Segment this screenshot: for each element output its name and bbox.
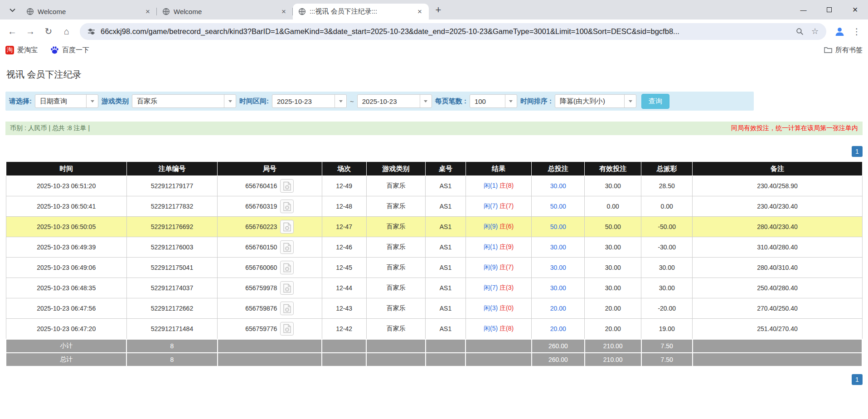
table-row: 2025-10-23 06:50:05522912176692656760223… <box>6 217 862 237</box>
page-size-select[interactable]: 100 <box>470 94 517 108</box>
date-start-select[interactable]: 2025-10-23 <box>272 94 347 108</box>
date-end-select[interactable]: 2025-10-23 <box>357 94 432 108</box>
video-replay-button[interactable] <box>280 281 294 295</box>
video-file-icon <box>283 181 291 191</box>
zoom-icon[interactable] <box>794 25 805 37</box>
cell-result: 闲(7) 庄(7) <box>466 196 531 217</box>
page-1-button[interactable]: 1 <box>852 146 863 157</box>
all-bookmarks-button[interactable]: 所有书签 <box>824 46 863 54</box>
cell-valid-bet: 30.00 <box>585 278 641 298</box>
cell-remark: 251.40/270.40 <box>693 319 862 339</box>
cell-game-type: 百家乐 <box>366 176 425 196</box>
cell-time: 2025-10-23 06:47:20 <box>6 319 126 339</box>
url-text[interactable]: 66cxkj98.com/game/betrecord_search/kind3… <box>101 27 790 36</box>
minimize-button[interactable]: — <box>790 0 816 19</box>
cell-payout: 0.00 <box>641 196 693 217</box>
forward-button[interactable]: → <box>23 24 38 39</box>
video-replay-button[interactable] <box>280 261 294 274</box>
cell-remark: 230.40/230.40 <box>693 196 862 217</box>
cell-payout: 28.50 <box>641 176 693 196</box>
new-tab-button[interactable]: + <box>432 3 445 17</box>
video-replay-button[interactable] <box>280 200 294 213</box>
address-bar[interactable]: 66cxkj98.com/game/betrecord_search/kind3… <box>80 23 826 40</box>
close-window-button[interactable]: × <box>842 0 868 19</box>
total-payout: 7.50 <box>641 353 693 366</box>
round-number: 656760150 <box>245 244 277 251</box>
cell-bet-id: 522912174037 <box>126 278 217 298</box>
cell-bet-id: 522912176692 <box>126 217 217 237</box>
taobao-icon: 淘 <box>5 46 14 54</box>
cell-table-no: AS1 <box>426 237 466 258</box>
back-button[interactable]: ← <box>5 24 20 39</box>
total-bet-link[interactable]: 30.00 <box>550 284 566 292</box>
header-game-type: 游戏类别 <box>366 162 425 176</box>
cell-valid-bet: 50.00 <box>585 217 641 237</box>
total-bet-link[interactable]: 50.00 <box>550 203 566 210</box>
total-bet-link[interactable]: 30.00 <box>550 244 566 251</box>
tab-bet-records-active[interactable]: :::视讯 会员下注纪录::: × <box>293 4 429 19</box>
tab-close-icon[interactable]: × <box>279 7 288 16</box>
total-bet-link[interactable]: 20.00 <box>550 325 566 332</box>
total-bet-link[interactable]: 30.00 <box>550 182 566 190</box>
cell-game-type: 百家乐 <box>366 319 425 339</box>
cell-session: 12-43 <box>322 298 366 319</box>
pagination-bottom: 1 <box>5 374 863 385</box>
browser-menu-button[interactable]: ⋮ <box>850 24 863 39</box>
site-info-icon[interactable] <box>85 25 97 37</box>
video-replay-button[interactable] <box>280 220 294 234</box>
round-number: 656759776 <box>245 325 277 332</box>
search-button[interactable]: 查询 <box>641 94 669 109</box>
cell-remark: 250.40/280.40 <box>693 278 862 298</box>
video-replay-button[interactable] <box>280 302 294 315</box>
round-number: 656759978 <box>245 284 277 292</box>
maximize-button[interactable] <box>816 0 842 19</box>
cell-payout: -50.00 <box>641 217 693 237</box>
result-banker: 庄(6) <box>499 223 514 230</box>
video-replay-button[interactable] <box>280 240 294 254</box>
tab-welcome-1[interactable]: Welcome × <box>21 4 157 19</box>
home-button[interactable]: ⌂ <box>59 24 74 39</box>
cell-session: 12-45 <box>322 258 366 278</box>
cell-round: 656759776 <box>218 319 322 339</box>
bookmark-taobao[interactable]: 淘 爱淘宝 <box>5 46 38 54</box>
tab-close-icon[interactable]: × <box>143 7 152 16</box>
tab-search-button[interactable] <box>5 3 19 17</box>
result-player: 闲(9) <box>484 263 498 271</box>
header-payout: 总派彩 <box>641 162 693 176</box>
subtotal-count: 8 <box>126 339 217 353</box>
total-valid-bet: 210.00 <box>585 353 641 366</box>
cell-time: 2025-10-23 06:50:05 <box>6 217 126 237</box>
cell-result: 闲(3) 庄(0) <box>466 298 531 319</box>
query-type-select[interactable]: 日期查询 <box>35 94 98 108</box>
chevron-down-icon <box>335 95 346 107</box>
round-number: 656759876 <box>245 305 277 312</box>
video-replay-button[interactable] <box>280 179 294 193</box>
video-file-icon <box>283 324 291 333</box>
tab-close-icon[interactable]: × <box>415 7 424 16</box>
result-player: 闲(3) <box>484 304 498 312</box>
header-valid-bet: 有效投注 <box>585 162 641 176</box>
cell-table-no: AS1 <box>426 258 466 278</box>
tab-welcome-2[interactable]: Welcome × <box>157 4 293 19</box>
sort-order-select[interactable]: 降冪(由大到小) <box>555 94 636 108</box>
header-remark: 备注 <box>693 162 862 176</box>
cell-table-no: AS1 <box>426 298 466 319</box>
refresh-button[interactable]: ↻ <box>41 24 56 39</box>
cell-game-type: 百家乐 <box>366 196 425 217</box>
page-1-button[interactable]: 1 <box>852 374 863 385</box>
result-banker: 庄(0) <box>499 304 514 312</box>
cell-round: 656759876 <box>218 298 322 319</box>
bookmark-star-icon[interactable]: ☆ <box>809 25 821 37</box>
cell-time: 2025-10-23 06:51:20 <box>6 176 126 196</box>
bookmark-baidu[interactable]: 百度一下 <box>50 46 89 54</box>
cell-payout: -20.00 <box>641 298 693 319</box>
result-banker: 庄(8) <box>499 182 514 189</box>
chevron-down-icon <box>224 95 236 107</box>
video-replay-button[interactable] <box>280 322 294 336</box>
total-bet-link[interactable]: 30.00 <box>550 264 566 271</box>
total-bet-link[interactable]: 50.00 <box>550 223 566 230</box>
profile-avatar[interactable] <box>832 24 847 39</box>
chevron-down-icon <box>10 8 15 12</box>
total-bet-link[interactable]: 20.00 <box>550 305 566 312</box>
game-type-select[interactable]: 百家乐 <box>132 94 236 108</box>
